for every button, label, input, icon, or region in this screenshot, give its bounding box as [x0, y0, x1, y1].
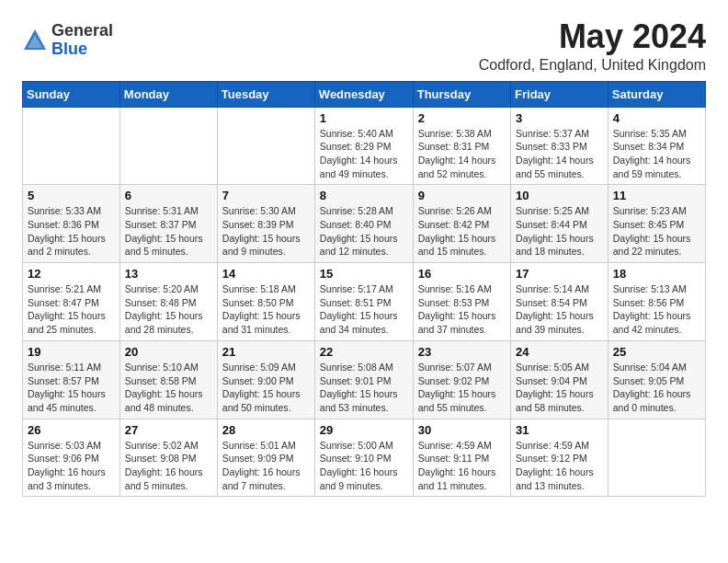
day-number: 9: [418, 189, 506, 202]
day-number: 8: [320, 189, 408, 202]
day-info: Sunrise: 5:13 AMSunset: 8:56 PMDaylight:…: [613, 282, 700, 337]
day-info: Sunrise: 5:10 AMSunset: 8:58 PMDaylight:…: [125, 361, 212, 415]
logo: General Blue: [22, 22, 113, 59]
day-number: 15: [320, 267, 408, 281]
day-info: Sunrise: 5:05 AMSunset: 9:04 PMDaylight:…: [516, 361, 603, 415]
calendar-cell: 31Sunrise: 4:59 AMSunset: 9:12 PMDayligh…: [511, 419, 609, 497]
day-number: 27: [125, 423, 212, 437]
day-info: Sunrise: 5:33 AMSunset: 8:36 PMDaylight:…: [28, 204, 115, 259]
day-number: 3: [516, 111, 603, 125]
calendar-cell: 14Sunrise: 5:18 AMSunset: 8:50 PMDayligh…: [217, 263, 314, 341]
calendar-cell: 18Sunrise: 5:13 AMSunset: 8:56 PMDayligh…: [608, 263, 705, 341]
day-number: 25: [613, 345, 700, 359]
calendar-cell: 12Sunrise: 5:21 AMSunset: 8:47 PMDayligh…: [23, 263, 120, 341]
calendar-cell: 5Sunrise: 5:33 AMSunset: 8:36 PMDaylight…: [23, 185, 120, 263]
calendar-cell: 8Sunrise: 5:28 AMSunset: 8:40 PMDaylight…: [314, 185, 413, 263]
day-info: Sunrise: 5:21 AMSunset: 8:47 PMDaylight:…: [28, 282, 115, 337]
day-info: Sunrise: 5:25 AMSunset: 8:44 PMDaylight:…: [516, 204, 603, 259]
day-info: Sunrise: 5:04 AMSunset: 9:05 PMDaylight:…: [613, 361, 700, 415]
calendar-header: SundayMondayTuesdayWednesdayThursdayFrid…: [23, 81, 706, 107]
calendar-cell: 11Sunrise: 5:23 AMSunset: 8:45 PMDayligh…: [608, 185, 705, 263]
day-info: Sunrise: 5:37 AMSunset: 8:33 PMDaylight:…: [516, 127, 603, 181]
day-number: 10: [516, 189, 603, 202]
calendar-cell: 21Sunrise: 5:09 AMSunset: 9:00 PMDayligh…: [217, 340, 314, 419]
day-number: 29: [320, 423, 408, 437]
calendar-cell: [119, 107, 217, 185]
day-number: 18: [613, 267, 700, 281]
calendar-cell: 28Sunrise: 5:01 AMSunset: 9:09 PMDayligh…: [217, 419, 314, 497]
day-info: Sunrise: 5:08 AMSunset: 9:01 PMDaylight:…: [320, 361, 408, 415]
day-number: 22: [320, 345, 408, 359]
calendar-cell: 27Sunrise: 5:02 AMSunset: 9:08 PMDayligh…: [119, 419, 217, 497]
calendar-cell: 24Sunrise: 5:05 AMSunset: 9:04 PMDayligh…: [511, 340, 609, 419]
logo-general: General: [51, 22, 113, 40]
day-number: 23: [418, 345, 506, 359]
day-info: Sunrise: 5:14 AMSunset: 8:54 PMDaylight:…: [516, 282, 603, 337]
day-info: Sunrise: 5:23 AMSunset: 8:45 PMDaylight:…: [613, 204, 700, 259]
logo-blue: Blue: [51, 40, 113, 59]
calendar-cell: 7Sunrise: 5:30 AMSunset: 8:39 PMDaylight…: [217, 185, 314, 263]
calendar-cell: [608, 419, 705, 497]
day-info: Sunrise: 5:40 AMSunset: 8:29 PMDaylight:…: [320, 127, 408, 181]
column-header-wednesday: Wednesday: [314, 81, 413, 107]
day-info: Sunrise: 4:59 AMSunset: 9:11 PMDaylight:…: [418, 439, 506, 493]
logo-icon: [22, 28, 48, 53]
day-info: Sunrise: 5:03 AMSunset: 9:06 PMDaylight:…: [28, 439, 115, 493]
calendar-cell: 25Sunrise: 5:04 AMSunset: 9:05 PMDayligh…: [608, 340, 705, 419]
calendar-cell: 1Sunrise: 5:40 AMSunset: 8:29 PMDaylight…: [314, 107, 413, 185]
day-number: 21: [222, 345, 310, 359]
calendar-cell: 22Sunrise: 5:08 AMSunset: 9:01 PMDayligh…: [314, 340, 413, 419]
calendar-cell: [23, 107, 120, 185]
column-header-friday: Friday: [511, 81, 609, 107]
column-header-monday: Monday: [119, 81, 217, 107]
day-number: 2: [418, 111, 506, 125]
day-number: 6: [125, 189, 212, 202]
day-number: 12: [28, 267, 115, 281]
day-number: 4: [613, 111, 700, 125]
day-number: 17: [516, 267, 603, 281]
day-number: 19: [28, 345, 115, 359]
calendar-cell: 30Sunrise: 4:59 AMSunset: 9:11 PMDayligh…: [413, 419, 510, 497]
title-block: May 2024 Codford, England, United Kingdo…: [479, 18, 706, 74]
calendar-cell: 4Sunrise: 5:35 AMSunset: 8:34 PMDaylight…: [608, 107, 705, 185]
column-header-thursday: Thursday: [413, 81, 510, 107]
day-info: Sunrise: 5:20 AMSunset: 8:48 PMDaylight:…: [125, 282, 212, 337]
day-number: 11: [613, 189, 700, 202]
calendar-cell: 15Sunrise: 5:17 AMSunset: 8:51 PMDayligh…: [314, 263, 413, 341]
day-number: 1: [320, 111, 408, 125]
day-info: Sunrise: 5:30 AMSunset: 8:39 PMDaylight:…: [222, 204, 310, 259]
day-number: 13: [125, 267, 212, 281]
day-info: Sunrise: 5:17 AMSunset: 8:51 PMDaylight:…: [320, 282, 408, 337]
day-number: 5: [28, 189, 115, 202]
calendar-cell: 9Sunrise: 5:26 AMSunset: 8:42 PMDaylight…: [413, 185, 510, 263]
calendar-cell: 26Sunrise: 5:03 AMSunset: 9:06 PMDayligh…: [23, 419, 120, 497]
location: Codford, England, United Kingdom: [479, 57, 706, 74]
day-info: Sunrise: 5:28 AMSunset: 8:40 PMDaylight:…: [320, 204, 408, 259]
calendar-cell: 16Sunrise: 5:16 AMSunset: 8:53 PMDayligh…: [413, 263, 510, 341]
column-header-saturday: Saturday: [608, 81, 705, 107]
day-info: Sunrise: 5:00 AMSunset: 9:10 PMDaylight:…: [320, 439, 408, 493]
day-info: Sunrise: 5:09 AMSunset: 9:00 PMDaylight:…: [222, 361, 310, 415]
calendar-cell: 3Sunrise: 5:37 AMSunset: 8:33 PMDaylight…: [511, 107, 609, 185]
calendar-cell: 2Sunrise: 5:38 AMSunset: 8:31 PMDaylight…: [413, 107, 510, 185]
calendar-table: SundayMondayTuesdayWednesdayThursdayFrid…: [22, 81, 706, 498]
calendar-cell: 17Sunrise: 5:14 AMSunset: 8:54 PMDayligh…: [511, 263, 609, 341]
day-info: Sunrise: 5:26 AMSunset: 8:42 PMDaylight:…: [418, 204, 506, 259]
day-number: 7: [222, 189, 310, 202]
calendar-cell: 29Sunrise: 5:00 AMSunset: 9:10 PMDayligh…: [314, 419, 413, 497]
day-info: Sunrise: 5:31 AMSunset: 8:37 PMDaylight:…: [125, 204, 212, 259]
day-info: Sunrise: 5:38 AMSunset: 8:31 PMDaylight:…: [418, 127, 506, 181]
calendar-cell: 13Sunrise: 5:20 AMSunset: 8:48 PMDayligh…: [119, 263, 217, 341]
day-number: 16: [418, 267, 506, 281]
calendar-cell: 6Sunrise: 5:31 AMSunset: 8:37 PMDaylight…: [119, 185, 217, 263]
day-number: 31: [516, 423, 603, 437]
column-header-sunday: Sunday: [23, 81, 120, 107]
column-header-tuesday: Tuesday: [217, 81, 314, 107]
day-info: Sunrise: 5:11 AMSunset: 8:57 PMDaylight:…: [28, 361, 115, 415]
day-info: Sunrise: 5:16 AMSunset: 8:53 PMDaylight:…: [418, 282, 506, 337]
day-number: 26: [28, 423, 115, 437]
month-title: May 2024: [479, 18, 706, 55]
calendar-cell: 10Sunrise: 5:25 AMSunset: 8:44 PMDayligh…: [511, 185, 609, 263]
calendar-cell: 23Sunrise: 5:07 AMSunset: 9:02 PMDayligh…: [413, 340, 510, 419]
day-number: 14: [222, 267, 310, 281]
